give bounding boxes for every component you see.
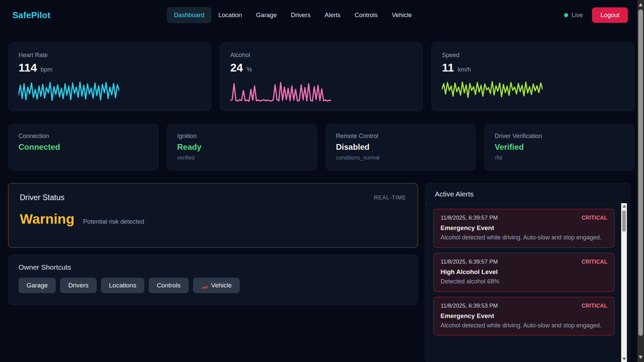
app-header: SafePilot Dashboard Location Garage Driv… <box>0 0 644 30</box>
nav-tab-location[interactable]: Location <box>212 7 249 23</box>
page-scrollbar-thumb[interactable] <box>638 9 643 336</box>
alert-severity-badge: CRITICAL <box>582 303 607 309</box>
active-alerts-title: Active Alerts <box>425 183 630 204</box>
driver-status-title: Driver Status <box>20 193 64 202</box>
alcohol-card: Alcohol 24 % <box>220 42 423 111</box>
nav-tab-dashboard[interactable]: Dashboard <box>167 7 212 23</box>
status-label: Connection <box>18 133 148 140</box>
metric-value: 11 <box>442 61 454 74</box>
alert-title: Emergency Event <box>441 224 607 232</box>
header-right: Live Logout <box>564 7 628 23</box>
speed-card: Speed 11 km/h <box>431 42 635 111</box>
status-sub-label: verified <box>177 155 307 161</box>
driver-status-description: Potential risk detected <box>83 218 144 225</box>
nav-tab-vehicle[interactable]: Vehicle <box>385 7 419 23</box>
nav-tab-drivers[interactable]: Drivers <box>284 7 318 23</box>
nav-tab-garage[interactable]: Garage <box>249 7 284 23</box>
alert-card: 11/8/2025, 6:39:57 PM CRITICAL High Alco… <box>433 253 614 292</box>
logout-button[interactable]: Logout <box>592 7 628 23</box>
owner-shortcuts-card: Owner Shortcuts Garage Drivers Locations… <box>8 255 418 305</box>
metrics-row: Heart Rate 114 bpm Alcohol 24 % Speed 11… <box>8 42 635 111</box>
shortcut-controls-button[interactable]: Controls <box>149 278 189 293</box>
alert-message: Detected alcohol 68% <box>441 277 607 286</box>
scroll-up-arrow-icon[interactable] <box>623 205 626 208</box>
scroll-down-arrow-icon[interactable] <box>623 358 626 360</box>
nav-tab-controls[interactable]: Controls <box>348 7 385 23</box>
active-alerts-panel: Active Alerts 11/8/2025, 6:39:57 PM CRIT… <box>425 183 630 362</box>
metric-unit: km/h <box>458 66 471 73</box>
alerts-scrollbar-thumb[interactable] <box>622 210 626 232</box>
status-label: Driver Verification <box>495 133 624 140</box>
page-scroll-down-arrow-icon[interactable] <box>639 356 643 359</box>
page-scroll-up-arrow-icon[interactable] <box>639 3 643 6</box>
metric-unit: bpm <box>41 66 52 73</box>
status-value: Disabled <box>336 142 466 152</box>
alert-card: 11/8/2025, 6:39:57 PM CRITICAL Emergency… <box>433 209 614 248</box>
metric-label: Speed <box>442 52 624 59</box>
nav-tab-alerts[interactable]: Alerts <box>318 7 348 23</box>
shortcut-drivers-button[interactable]: Drivers <box>60 278 96 293</box>
ignition-status-card: Ignition Ready verified <box>167 124 317 170</box>
alert-message: Alcohol detected while driving. Auto-slo… <box>441 321 607 330</box>
driver-status-value: Warning <box>20 211 74 227</box>
metric-value: 114 <box>18 61 37 74</box>
alert-timestamp: 11/8/2025, 6:39:53 PM <box>441 303 498 309</box>
status-label: Remote Control <box>336 133 466 140</box>
speed-sparkline <box>442 79 543 104</box>
bottom-area: Driver Status REAL-TIME Warning Potentia… <box>8 183 635 362</box>
shortcut-garage-button[interactable]: Garage <box>18 278 56 293</box>
bottom-left-column: Driver Status REAL-TIME Warning Potentia… <box>8 183 418 305</box>
main-nav: Dashboard Location Garage Drivers Alerts… <box>167 7 419 23</box>
status-sub-label: rfid <box>495 155 624 161</box>
driver-verification-status-card: Driver Verification Verified rfid <box>484 124 635 170</box>
status-label: Ignition <box>177 133 307 140</box>
alerts-scrollbar[interactable] <box>621 203 627 362</box>
remote-control-status-card: Remote Control Disabled conditions_norma… <box>326 124 476 170</box>
status-row: Connection Connected Ignition Ready veri… <box>8 124 635 170</box>
racing-car-icon: 🏎️ <box>201 282 208 289</box>
metric-label: Heart Rate <box>18 52 201 59</box>
status-value: Verified <box>495 142 624 152</box>
driver-status-card: Driver Status REAL-TIME Warning Potentia… <box>8 183 418 248</box>
page-scrollbar[interactable] <box>637 0 644 362</box>
live-label: Live <box>571 11 583 19</box>
brand-logo: SafePilot <box>12 10 50 20</box>
alert-timestamp: 11/8/2025, 6:39:57 PM <box>441 215 498 221</box>
status-sub-label: conditions_normal <box>336 155 466 161</box>
metric-value: 24 <box>230 61 243 74</box>
alert-card: 11/8/2025, 6:39:53 PM CRITICAL Emergency… <box>433 297 614 336</box>
alert-severity-badge: CRITICAL <box>582 215 607 221</box>
shortcut-locations-button[interactable]: Locations <box>101 278 144 293</box>
realtime-badge: REAL-TIME <box>374 195 406 201</box>
live-indicator: Live <box>564 11 583 19</box>
heart-rate-sparkline <box>18 79 119 104</box>
metric-label: Alcohol <box>230 52 413 59</box>
alert-title: Emergency Event <box>441 312 607 320</box>
shortcut-vehicle-button[interactable]: 🏎️ Vehicle <box>193 278 240 293</box>
connection-status-card: Connection Connected <box>8 124 158 170</box>
alcohol-sparkline <box>230 79 331 104</box>
status-value: Ready <box>177 142 307 152</box>
alert-timestamp: 11/8/2025, 6:39:57 PM <box>441 259 498 265</box>
live-status-dot-icon <box>564 13 568 17</box>
alert-title: High Alcohol Level <box>441 268 607 276</box>
owner-shortcuts-title: Owner Shortcuts <box>18 263 408 271</box>
metric-unit: % <box>246 66 252 73</box>
status-value: Connected <box>18 142 148 152</box>
alerts-list[interactable]: 11/8/2025, 6:39:57 PM CRITICAL Emergency… <box>425 203 630 362</box>
heart-rate-card: Heart Rate 114 bpm <box>8 42 211 111</box>
alert-severity-badge: CRITICAL <box>582 259 607 265</box>
alert-message: Alcohol detected while driving. Auto-slo… <box>441 233 607 242</box>
